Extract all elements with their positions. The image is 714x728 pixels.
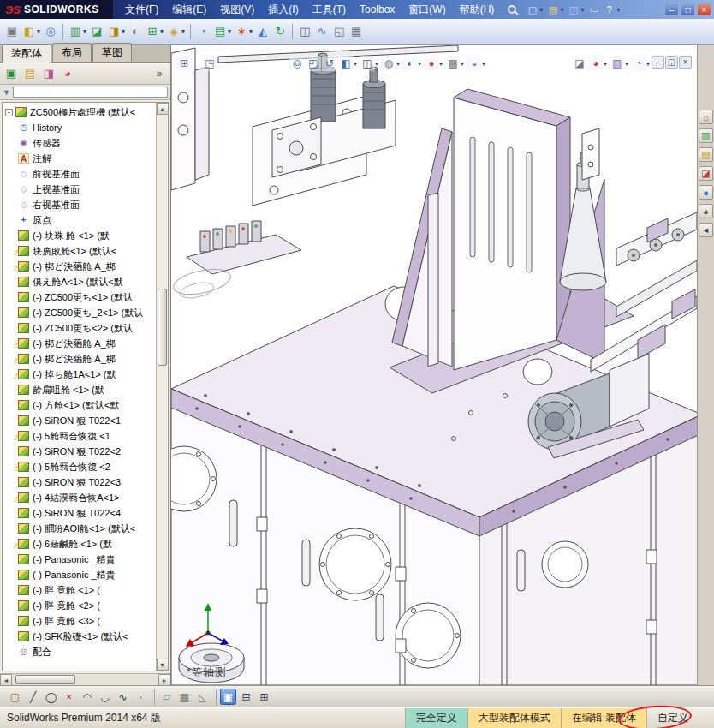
reference-geometry-icon-caret[interactable]: ▾ <box>181 27 185 35</box>
camera-icon-caret[interactable]: ▾ <box>646 60 650 68</box>
tree-item[interactable]: ⚠(-) 6蘺鹹舱 <1> (默 <box>3 536 156 552</box>
filter-field[interactable] <box>13 87 168 98</box>
camera-icon[interactable]: ◔ <box>631 56 646 71</box>
tree-item[interactable]: (-) 胖 竟舱 <2> ( <box>3 598 156 613</box>
sketch-icon[interactable]: ▢ <box>7 689 23 705</box>
arc-icon[interactable]: ◠ <box>79 689 95 705</box>
move-component-icon-caret[interactable]: ▾ <box>122 27 125 35</box>
tree-item[interactable]: (-) SiRON 狠 T022<2 <box>3 444 156 459</box>
confirmation-corner-icon[interactable]: ⊞ <box>176 56 192 71</box>
displaymanager-icon[interactable]: ◕ <box>59 65 76 82</box>
reference-geometry-icon[interactable]: ◈ <box>165 23 182 40</box>
scroll-right-icon[interactable]: ▸ <box>158 674 170 686</box>
section-view-icon-caret[interactable]: ▾ <box>354 60 357 68</box>
menu-item[interactable]: 视图(V) <box>213 0 261 20</box>
assembly-features-icon[interactable]: ⊞ <box>144 23 161 40</box>
tree-item[interactable]: ⚠(-) 5舱羇合恢復 <2 <box>3 459 156 474</box>
show-hidden-icon[interactable]: ◐ <box>127 23 144 40</box>
tree-item[interactable]: ⚠(-) 5舱羇合恢復 <1 <box>3 428 156 444</box>
tree-item[interactable]: ⚠(-) 梆ど決蕕舱 A_梆 <box>3 259 156 274</box>
apply-scene-icon[interactable]: ▩ <box>445 56 461 71</box>
view-orientation-icon-caret[interactable]: ▾ <box>375 60 378 68</box>
child-close-icon[interactable]: × <box>679 56 692 69</box>
tab-布局[interactable]: 布局 <box>52 43 92 62</box>
scene-icon-caret[interactable]: ▾ <box>625 60 628 68</box>
section-view-icon[interactable]: ◧ <box>338 56 354 71</box>
apply-scene-icon-caret[interactable]: ▾ <box>461 60 464 68</box>
tree-item[interactable]: +原点 <box>3 212 156 228</box>
scene-icon[interactable]: ▧ <box>610 56 625 71</box>
tree-item[interactable]: (-) 胖 竟舱 <1> ( <box>3 582 156 598</box>
minimize-button[interactable]: – <box>664 3 679 16</box>
move-component-icon[interactable]: ◨ <box>105 23 122 40</box>
expander-icon[interactable]: - <box>5 109 13 116</box>
edit-appearance-icon[interactable]: ● <box>424 56 439 71</box>
tree-item[interactable]: (-) ZC500更ち<2> (默认 <box>3 320 156 336</box>
instant3d-icon[interactable]: ◭ <box>254 23 271 40</box>
tree-scrollbar[interactable]: ▴ ▾ <box>156 103 168 671</box>
update-speedpak-icon[interactable]: ↻ <box>271 23 289 40</box>
menu-item[interactable]: 插入(I) <box>261 0 305 20</box>
new-document-icon-caret[interactable]: ▾ <box>539 6 543 14</box>
view-settings-icon-caret[interactable]: ▾ <box>482 60 485 68</box>
mate-icon[interactable]: ◎ <box>42 23 59 40</box>
exploded-view-icon[interactable]: ∗ <box>233 23 250 40</box>
child-restore-icon[interactable]: ◱ <box>665 56 678 69</box>
open-document-icon[interactable]: ▤ <box>545 3 560 17</box>
section-tool-icon[interactable]: ◱ <box>330 23 348 40</box>
single-view-icon[interactable]: ▣ <box>220 689 236 705</box>
menu-item[interactable]: 工具(T) <box>306 0 353 20</box>
hide-show-items-icon[interactable]: ◐ <box>402 56 418 71</box>
print-icon[interactable]: ▭ <box>586 3 601 17</box>
zoom-fit-icon[interactable]: ◎ <box>289 56 305 71</box>
display-pane-icon[interactable]: ◪ <box>572 56 587 71</box>
display-style-icon[interactable]: ◍ <box>381 56 396 71</box>
linear-pattern-icon[interactable]: ▥ <box>67 23 84 40</box>
view-settings-icon[interactable]: ◒ <box>467 56 482 71</box>
take-snapshot-icon[interactable]: ◫ <box>296 23 313 40</box>
linear-pattern-icon-caret[interactable]: ▾ <box>83 27 86 35</box>
zoom-area-icon[interactable]: ◰ <box>306 56 321 71</box>
tree-item[interactable]: ◉传感器 <box>3 135 156 151</box>
search-results-icon[interactable]: ◪ <box>699 166 713 181</box>
scroll-up-icon[interactable]: ▴ <box>157 103 169 115</box>
hscroll-thumb[interactable] <box>15 675 75 684</box>
exploded-view-icon-caret[interactable]: ▾ <box>249 27 253 35</box>
filter-funnel-icon[interactable]: ▼ <box>3 88 10 97</box>
tree-item[interactable]: (-) SiRON 狠 T022<4 <box>3 505 156 521</box>
scroll-track[interactable] <box>157 115 169 659</box>
scroll-thumb[interactable] <box>158 289 167 366</box>
close-button[interactable]: × <box>697 3 711 16</box>
two-view-icon[interactable]: ⊟ <box>238 689 254 705</box>
three-point-arc-icon[interactable]: ◡ <box>97 689 113 705</box>
line-icon[interactable]: ╱ <box>25 689 41 705</box>
insert-components-icon-caret[interactable]: ▾ <box>37 27 40 35</box>
hide-show-items-icon-caret[interactable]: ▾ <box>418 60 421 68</box>
insert-components-icon[interactable]: ◧ <box>21 23 38 40</box>
configurationmanager-icon[interactable]: ◨ <box>40 65 57 82</box>
custom-properties-icon[interactable]: ◕ <box>699 204 713 218</box>
tree-root-item[interactable]: - ZC500極片處理機 (默认< <box>3 104 156 120</box>
new-document-icon[interactable]: ▢ <box>525 3 539 17</box>
system-feedback-icon[interactable]: ◳ <box>202 56 217 71</box>
edit-appearance-icon-caret[interactable]: ▾ <box>439 60 443 68</box>
appearance-ball-icon-caret[interactable]: ▾ <box>604 60 607 68</box>
help-icon[interactable]: ? <box>602 3 616 17</box>
scroll-left-icon[interactable]: ◂ <box>0 674 12 686</box>
tree-item[interactable]: A注解 <box>3 151 156 166</box>
menu-item[interactable]: Toolbox <box>353 1 402 18</box>
menu-item[interactable]: 帮助(H) <box>453 0 502 20</box>
solidworks-resources-icon[interactable]: ● <box>699 185 713 200</box>
hscroll-track[interactable] <box>12 674 158 686</box>
plane-icon[interactable]: ▱ <box>158 689 175 705</box>
motion-study-icon[interactable]: ◔ <box>194 23 211 40</box>
propertymanager-icon[interactable]: ▤ <box>21 65 39 82</box>
tree-item[interactable]: (-) 块珠 舱 <1> (默 <box>3 228 156 243</box>
tree-item[interactable]: (-) 膶玢AOI舱<1> (默认< <box>3 521 156 536</box>
menu-item[interactable]: 编辑(E) <box>165 0 213 20</box>
open-document-icon-caret[interactable]: ▾ <box>560 6 563 14</box>
tree-item[interactable]: (-) SiRON 狠 T022<1 <box>3 413 156 428</box>
file-explorer-icon[interactable]: ▤ <box>699 147 713 162</box>
assembly-features-icon-caret[interactable]: ▾ <box>160 27 164 35</box>
collapse-pane-icon[interactable]: ◂ <box>699 223 713 237</box>
